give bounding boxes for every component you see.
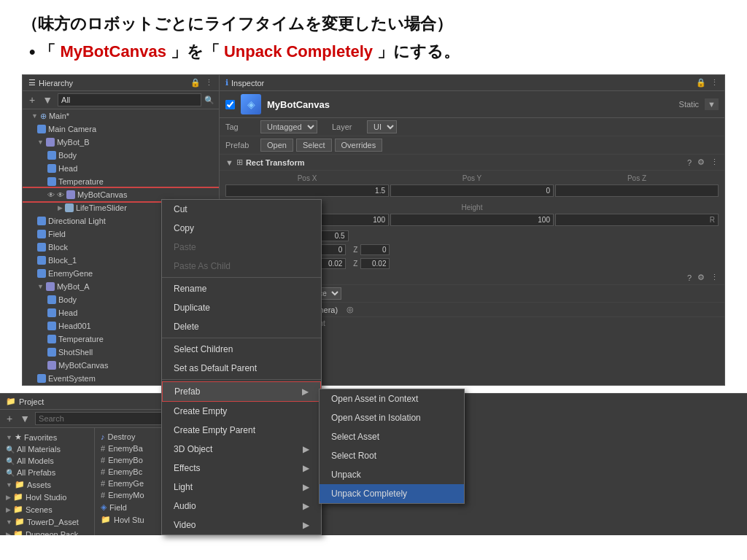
wh-r-value[interactable]: R (555, 214, 719, 226)
hovl-studio-item[interactable]: 📁 Hovl Studio (0, 491, 94, 503)
ctx-cut[interactable]: Cut (162, 200, 321, 219)
sub-unpack-completely[interactable]: Unpack Completely (320, 484, 464, 503)
file-icon: # (101, 479, 105, 488)
eye-icon: 👁 (47, 191, 55, 199)
folder-icon: 📁 (13, 492, 23, 502)
inspector-tag-row: Tag Untagged Layer UI (220, 118, 724, 136)
pos-z-value[interactable] (555, 184, 719, 197)
all-models-item[interactable]: 🔍 All Models (0, 455, 94, 467)
folder-icon: 📁 (101, 515, 111, 524)
pos-x-value[interactable]: 1.5 (225, 184, 389, 197)
ctx-copy[interactable]: Copy (162, 219, 321, 238)
ctx-rename[interactable]: Rename (162, 279, 321, 298)
expand-icon (31, 112, 38, 120)
gameobj-icon (37, 125, 46, 133)
ctx-set-default-parent[interactable]: Set as Default Parent (162, 359, 321, 378)
assets-expand-icon (6, 481, 12, 489)
gameobj-icon (47, 308, 56, 317)
ctx-delete[interactable]: Delete (162, 317, 321, 336)
list-item[interactable]: MyBot_B (23, 136, 219, 149)
sub-open-asset-isolation[interactable]: Open Asset in Isolation (320, 408, 464, 427)
sub-select-root[interactable]: Select Root (320, 446, 464, 465)
pos-y-value[interactable]: 0 (390, 184, 554, 197)
static-dropdown[interactable]: ▼ (705, 98, 719, 110)
list-item[interactable]: Body (23, 149, 219, 162)
hierarchy-menu-icon: ☰ (28, 78, 36, 88)
list-item[interactable]: Temperature (23, 175, 219, 188)
list-item[interactable]: ⊕ Main* (23, 109, 219, 122)
sub-unpack[interactable]: Unpack (320, 465, 464, 484)
add-button[interactable]: + (4, 412, 15, 425)
ctx-audio[interactable]: Audio ▶ (162, 497, 321, 516)
ctx-create-empty-parent[interactable]: Create Empty Parent (162, 421, 321, 440)
search-icon: 🔍 (204, 96, 214, 105)
ctx-duplicate[interactable]: Duplicate (162, 298, 321, 317)
dropdown-arrow[interactable]: ▼ (18, 412, 32, 425)
project-folder-icon: 📁 (6, 397, 16, 406)
dropdown-arrow[interactable]: ▼ (40, 93, 55, 106)
ctx-3d[interactable]: 3D Object ▶ (162, 440, 321, 459)
sub-open-asset-context[interactable]: Open Asset in Context (320, 389, 464, 408)
prefab-icon (65, 203, 74, 212)
arrow-light-icon: ▶ (303, 482, 309, 492)
gameobj-icon (47, 335, 56, 343)
file-icon: # (101, 444, 105, 453)
assets-header[interactable]: 📁 Assets (0, 478, 94, 491)
hierarchy-panel-icons: 🔒 ⋮ (190, 78, 213, 88)
all-prefabs-item[interactable]: 🔍 All Prefabs (0, 467, 94, 478)
add-button[interactable]: + (27, 93, 37, 106)
canvas-icon (47, 361, 56, 370)
collapse-icon: ▼ (225, 158, 233, 167)
ctx-effects[interactable]: Effects ▶ (162, 459, 321, 478)
rot-z[interactable]: 0 (360, 244, 390, 255)
scale-z[interactable]: 0.02 (360, 258, 390, 269)
layer-label: Layer (332, 122, 361, 131)
pivot-y[interactable]: 0.5 (320, 230, 349, 241)
project-search[interactable] (35, 412, 179, 425)
folder-icon: 📁 (15, 517, 25, 526)
ctx-create-empty[interactable]: Create Empty (162, 402, 321, 421)
object-cube-icon: ◈ (241, 94, 261, 114)
layer-dropdown[interactable]: UI (367, 120, 397, 133)
select-button[interactable]: Select (296, 139, 332, 152)
inspector-icon: ℹ (225, 78, 228, 88)
hierarchy-search[interactable] (58, 93, 201, 106)
overrides-button[interactable]: Overrides (335, 139, 383, 152)
ctx-select-children[interactable]: Select Children (162, 340, 321, 359)
inspector-panel-icons: 🔒 ⋮ (696, 78, 719, 88)
tag-dropdown[interactable]: Untagged (260, 120, 317, 133)
ctx-video[interactable]: Video ▶ (162, 516, 321, 534)
scenes-item[interactable]: 📁 Scenes (0, 503, 94, 516)
gameobj-icon (37, 374, 46, 383)
hierarchy-titlebar: ☰ Hierarchy 🔒 ⋮ (23, 75, 219, 91)
search-icon: 🔍 (6, 457, 15, 465)
ctx-prefab[interactable]: Prefab ▶ (162, 381, 321, 402)
object-name: MyBotCanvas (267, 99, 673, 110)
list-item[interactable]: Main Camera (23, 122, 219, 136)
active-checkbox[interactable] (225, 100, 235, 109)
arrow-video-icon: ▶ (303, 520, 309, 530)
dungeon-pack-item[interactable]: 📁 Dungeon Pack (0, 528, 94, 535)
three-dots-icon: ⋮ (205, 78, 213, 88)
gameobj-icon (37, 217, 46, 225)
project-title-label: 📁 Project (6, 397, 44, 406)
ctx-sep3 (162, 379, 321, 380)
inspector-title-label: ℹ Inspector (225, 78, 264, 88)
sub-select-asset[interactable]: Select Asset (320, 427, 464, 446)
music-icon: ♪ (101, 432, 105, 441)
tower-asset-item[interactable]: 📁 TowerD_Asset (0, 516, 94, 528)
favorites-header[interactable]: ★ Favorites (0, 431, 94, 443)
list-item[interactable]: Head (23, 162, 219, 175)
unpack-label: Unpack Completely (224, 42, 373, 61)
ctx-light[interactable]: Light ▶ (162, 478, 321, 497)
tag-label: Tag (225, 122, 255, 131)
arrow-3d-icon: ▶ (303, 444, 309, 454)
all-materials-item[interactable]: 🔍 All Materials (0, 443, 94, 455)
eye-icon2: 👁 (57, 191, 64, 199)
height-value[interactable]: 100 (390, 214, 554, 226)
favorites-expand-icon (6, 434, 12, 441)
open-button[interactable]: Open (260, 139, 293, 152)
ctx-sep2 (162, 338, 321, 338)
static-label: Static (679, 100, 700, 109)
context-menu: Cut Copy Paste Paste As Child Rename Dup… (161, 199, 322, 535)
